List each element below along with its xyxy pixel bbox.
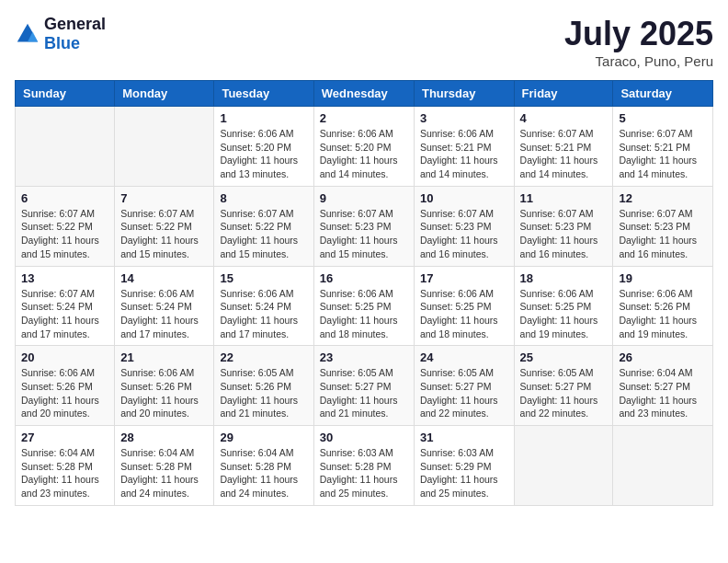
day-number: 21 — [120, 350, 208, 364]
cell-content: Sunrise: 6:05 AMSunset: 5:27 PMDaylight:… — [420, 366, 508, 420]
day-number: 4 — [520, 111, 608, 125]
day-number: 5 — [619, 111, 707, 125]
cell-content: Sunrise: 6:06 AMSunset: 5:26 PMDaylight:… — [120, 366, 208, 420]
column-header-friday: Friday — [514, 81, 613, 107]
column-header-sunday: Sunday — [16, 81, 115, 107]
cell-content: Sunrise: 6:04 AMSunset: 5:28 PMDaylight:… — [120, 446, 208, 500]
calendar-cell: 30Sunrise: 6:03 AMSunset: 5:28 PMDayligh… — [313, 426, 414, 506]
column-header-tuesday: Tuesday — [214, 81, 313, 107]
calendar-week-row: 27Sunrise: 6:04 AMSunset: 5:28 PMDayligh… — [16, 426, 713, 506]
day-number: 30 — [320, 431, 408, 444]
cell-content: Sunrise: 6:06 AMSunset: 5:20 PMDaylight:… — [320, 127, 408, 181]
day-number: 7 — [120, 191, 208, 205]
day-number: 14 — [120, 271, 208, 285]
logo: General Blue — [15, 15, 106, 53]
cell-content: Sunrise: 6:07 AMSunset: 5:23 PMDaylight:… — [619, 207, 707, 261]
day-number: 3 — [420, 111, 508, 125]
day-number: 24 — [420, 350, 508, 364]
calendar-cell — [613, 426, 713, 506]
day-number: 9 — [320, 191, 408, 205]
calendar-cell: 24Sunrise: 6:05 AMSunset: 5:27 PMDayligh… — [414, 346, 514, 426]
day-number: 18 — [520, 271, 608, 285]
calendar-cell: 15Sunrise: 6:06 AMSunset: 5:24 PMDayligh… — [214, 266, 313, 346]
cell-content: Sunrise: 6:07 AMSunset: 5:21 PMDaylight:… — [619, 127, 707, 181]
day-number: 25 — [520, 350, 608, 364]
day-number: 1 — [220, 111, 307, 125]
cell-content: Sunrise: 6:07 AMSunset: 5:23 PMDaylight:… — [520, 207, 608, 261]
calendar-cell: 25Sunrise: 6:05 AMSunset: 5:27 PMDayligh… — [514, 346, 613, 426]
calendar-cell: 9Sunrise: 6:07 AMSunset: 5:23 PMDaylight… — [313, 186, 414, 266]
calendar-week-row: 20Sunrise: 6:06 AMSunset: 5:26 PMDayligh… — [16, 346, 713, 426]
column-header-monday: Monday — [115, 81, 214, 107]
calendar-cell: 8Sunrise: 6:07 AMSunset: 5:22 PMDaylight… — [214, 186, 313, 266]
calendar-week-row: 6Sunrise: 6:07 AMSunset: 5:22 PMDaylight… — [16, 186, 713, 266]
column-header-thursday: Thursday — [414, 81, 514, 107]
calendar-cell: 31Sunrise: 6:03 AMSunset: 5:29 PMDayligh… — [414, 426, 514, 506]
day-number: 17 — [420, 271, 508, 285]
calendar-cell: 12Sunrise: 6:07 AMSunset: 5:23 PMDayligh… — [613, 186, 713, 266]
day-number: 27 — [21, 431, 108, 444]
day-number: 11 — [520, 191, 608, 205]
day-number: 26 — [619, 350, 707, 364]
cell-content: Sunrise: 6:06 AMSunset: 5:26 PMDaylight:… — [619, 287, 707, 341]
day-number: 19 — [619, 271, 707, 285]
cell-content: Sunrise: 6:03 AMSunset: 5:28 PMDaylight:… — [320, 446, 408, 500]
calendar-cell: 29Sunrise: 6:04 AMSunset: 5:28 PMDayligh… — [214, 426, 313, 506]
logo-blue: Blue — [44, 34, 80, 52]
cell-content: Sunrise: 6:06 AMSunset: 5:24 PMDaylight:… — [220, 287, 307, 341]
day-number: 8 — [220, 191, 307, 205]
logo-general: General — [44, 15, 106, 33]
day-number: 13 — [21, 271, 108, 285]
calendar-cell: 13Sunrise: 6:07 AMSunset: 5:24 PMDayligh… — [16, 266, 115, 346]
day-number: 23 — [320, 350, 408, 364]
calendar-table: SundayMondayTuesdayWednesdayThursdayFrid… — [15, 80, 713, 506]
cell-content: Sunrise: 6:04 AMSunset: 5:28 PMDaylight:… — [220, 446, 307, 500]
calendar-week-row: 13Sunrise: 6:07 AMSunset: 5:24 PMDayligh… — [16, 266, 713, 346]
cell-content: Sunrise: 6:05 AMSunset: 5:27 PMDaylight:… — [320, 366, 408, 420]
cell-content: Sunrise: 6:07 AMSunset: 5:22 PMDaylight:… — [21, 207, 108, 261]
column-header-saturday: Saturday — [613, 81, 713, 107]
cell-content: Sunrise: 6:06 AMSunset: 5:25 PMDaylight:… — [520, 287, 608, 341]
calendar-cell: 23Sunrise: 6:05 AMSunset: 5:27 PMDayligh… — [313, 346, 414, 426]
calendar-week-row: 1Sunrise: 6:06 AMSunset: 5:20 PMDaylight… — [16, 107, 713, 187]
page-header: General Blue July 2025 Taraco, Puno, Per… — [15, 15, 713, 69]
day-number: 29 — [220, 431, 307, 444]
logo-icon — [15, 21, 40, 47]
calendar-cell: 20Sunrise: 6:06 AMSunset: 5:26 PMDayligh… — [16, 346, 115, 426]
title-block: July 2025 Taraco, Puno, Peru — [564, 15, 713, 69]
cell-content: Sunrise: 6:06 AMSunset: 5:25 PMDaylight:… — [320, 287, 408, 341]
calendar-cell: 27Sunrise: 6:04 AMSunset: 5:28 PMDayligh… — [16, 426, 115, 506]
cell-content: Sunrise: 6:04 AMSunset: 5:28 PMDaylight:… — [21, 446, 108, 500]
calendar-cell: 3Sunrise: 6:06 AMSunset: 5:21 PMDaylight… — [414, 107, 514, 187]
cell-content: Sunrise: 6:06 AMSunset: 5:21 PMDaylight:… — [420, 127, 508, 181]
cell-content: Sunrise: 6:03 AMSunset: 5:29 PMDaylight:… — [420, 446, 508, 500]
day-number: 20 — [21, 350, 108, 364]
day-number: 28 — [120, 431, 208, 444]
day-number: 31 — [420, 431, 508, 444]
calendar-cell: 5Sunrise: 6:07 AMSunset: 5:21 PMDaylight… — [613, 107, 713, 187]
calendar-cell — [115, 107, 214, 187]
day-number: 16 — [320, 271, 408, 285]
cell-content: Sunrise: 6:06 AMSunset: 5:25 PMDaylight:… — [420, 287, 508, 341]
calendar-header-row: SundayMondayTuesdayWednesdayThursdayFrid… — [16, 81, 713, 107]
calendar-cell: 17Sunrise: 6:06 AMSunset: 5:25 PMDayligh… — [414, 266, 514, 346]
column-header-wednesday: Wednesday — [313, 81, 414, 107]
calendar-cell — [514, 426, 613, 506]
day-number: 6 — [21, 191, 108, 205]
day-number: 12 — [619, 191, 707, 205]
cell-content: Sunrise: 6:06 AMSunset: 5:26 PMDaylight:… — [21, 366, 108, 420]
cell-content: Sunrise: 6:07 AMSunset: 5:22 PMDaylight:… — [220, 207, 307, 261]
day-number: 22 — [220, 350, 307, 364]
month-title: July 2025 — [564, 15, 713, 53]
calendar-cell: 28Sunrise: 6:04 AMSunset: 5:28 PMDayligh… — [115, 426, 214, 506]
cell-content: Sunrise: 6:07 AMSunset: 5:22 PMDaylight:… — [120, 207, 208, 261]
calendar-cell: 6Sunrise: 6:07 AMSunset: 5:22 PMDaylight… — [16, 186, 115, 266]
cell-content: Sunrise: 6:05 AMSunset: 5:26 PMDaylight:… — [220, 366, 307, 420]
calendar-cell: 11Sunrise: 6:07 AMSunset: 5:23 PMDayligh… — [514, 186, 613, 266]
calendar-cell — [16, 107, 115, 187]
cell-content: Sunrise: 6:07 AMSunset: 5:24 PMDaylight:… — [21, 287, 108, 341]
cell-content: Sunrise: 6:07 AMSunset: 5:23 PMDaylight:… — [420, 207, 508, 261]
cell-content: Sunrise: 6:07 AMSunset: 5:21 PMDaylight:… — [520, 127, 608, 181]
location-text: Taraco, Puno, Peru — [564, 53, 713, 69]
cell-content: Sunrise: 6:07 AMSunset: 5:23 PMDaylight:… — [320, 207, 408, 261]
